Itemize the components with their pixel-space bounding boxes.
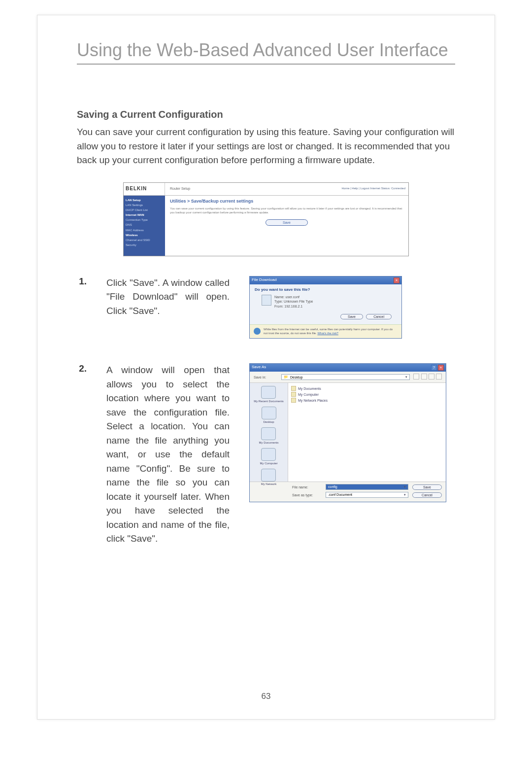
chevron-down-icon: ▾ bbox=[405, 375, 407, 379]
network-icon bbox=[291, 398, 296, 403]
file-name-value: user.conf bbox=[286, 295, 299, 299]
desktop-icon bbox=[262, 407, 276, 419]
router-header-right: Home | Help | Logout Internet Status: Co… bbox=[338, 183, 408, 195]
place-documents[interactable]: My Documents bbox=[259, 427, 278, 444]
dialog-cancel-button[interactable]: Cancel bbox=[366, 314, 392, 319]
step-number: 1. bbox=[77, 276, 87, 287]
dialog-save-button[interactable]: Save bbox=[340, 314, 363, 319]
places-bar: My Recent Documents Desktop My Documents… bbox=[250, 383, 288, 482]
file-name-label: Name: bbox=[274, 295, 285, 299]
place-desktop[interactable]: Desktop bbox=[262, 407, 276, 423]
sidebar-item[interactable]: Channel and SSID bbox=[126, 238, 163, 242]
file-type-label: Type: bbox=[274, 300, 283, 303]
computer-icon bbox=[261, 448, 276, 461]
document-page: Using the Web-Based Advanced User Interf… bbox=[37, 15, 495, 720]
close-icon[interactable]: × bbox=[438, 365, 444, 371]
savetype-label: Save as type: bbox=[292, 493, 322, 497]
views-icon[interactable] bbox=[436, 374, 442, 380]
save-button[interactable]: Save bbox=[412, 484, 442, 490]
savein-label: Save in: bbox=[254, 376, 278, 379]
info-icon bbox=[254, 328, 261, 335]
list-item[interactable]: My Documents bbox=[291, 386, 443, 391]
dialog-title: Save As bbox=[252, 365, 266, 371]
place-computer[interactable]: My Computer bbox=[260, 448, 277, 465]
file-list[interactable]: My Documents My Computer My Network Plac… bbox=[288, 383, 446, 482]
router-ui-screenshot: BELKIN Router Setup Home | Help | Logout… bbox=[123, 182, 409, 256]
router-page-desc: You can save your current configuration … bbox=[170, 207, 403, 215]
toolbar-icons bbox=[413, 374, 442, 380]
sidebar-item[interactable]: Connection Type bbox=[126, 217, 163, 222]
up-icon[interactable] bbox=[421, 374, 427, 380]
dialog-title: File Download bbox=[252, 277, 277, 283]
brand-logo: BELKIN bbox=[124, 183, 165, 195]
help-icon[interactable]: ? bbox=[431, 365, 437, 371]
router-page-heading: Utilities > Save/Backup current settings bbox=[170, 199, 403, 204]
close-icon[interactable]: × bbox=[394, 277, 399, 283]
newfolder-icon[interactable] bbox=[429, 374, 434, 380]
step-text: A window will open that allows you to se… bbox=[106, 363, 230, 546]
folder-icon: 📁 bbox=[284, 375, 288, 379]
folder-icon bbox=[261, 427, 276, 440]
sidebar-item[interactable]: MAC Address bbox=[126, 228, 163, 233]
savein-combo[interactable]: 📁 Desktop ▾ bbox=[281, 374, 410, 380]
chevron-down-icon: ▾ bbox=[404, 485, 406, 489]
file-type-value: Unknown File Type bbox=[284, 300, 313, 303]
place-recent[interactable]: My Recent Documents bbox=[254, 386, 284, 403]
step-text: Click "Save". A window called "File Down… bbox=[106, 276, 230, 318]
file-from-value: 192.168.2.1 bbox=[284, 305, 302, 308]
dialog-warning-link[interactable]: What's the risk? bbox=[317, 332, 338, 335]
file-from-label: From: bbox=[274, 305, 283, 308]
sidebar-item[interactable]: Wireless bbox=[126, 233, 163, 238]
intro-paragraph: You can save your current configuration … bbox=[77, 125, 455, 168]
save-as-dialog: Save As ? × Save in: 📁 Desktop ▾ bbox=[249, 363, 446, 502]
network-icon bbox=[261, 469, 276, 482]
step-number: 2. bbox=[77, 363, 87, 374]
sidebar-item[interactable]: LAN Settings bbox=[126, 203, 163, 207]
list-item[interactable]: My Network Places bbox=[291, 398, 443, 403]
file-download-dialog: File Download × Do you want to save this… bbox=[249, 276, 402, 339]
sidebar-item[interactable]: Internet WAN bbox=[126, 212, 163, 217]
file-icon bbox=[262, 295, 271, 306]
sidebar-item[interactable]: DHCP Client List bbox=[126, 207, 163, 212]
cancel-button[interactable]: Cancel bbox=[412, 492, 442, 498]
place-network[interactable]: My Network bbox=[261, 469, 277, 485]
filename-label: File name: bbox=[292, 485, 322, 489]
chevron-down-icon: ▾ bbox=[404, 493, 406, 497]
dialog-question: Do you want to save this file? bbox=[255, 287, 397, 292]
router-save-button[interactable]: Save bbox=[266, 219, 308, 226]
savein-value: Desktop bbox=[290, 376, 303, 379]
folder-icon bbox=[261, 386, 276, 399]
savetype-field[interactable]: .conf Document▾ bbox=[326, 492, 408, 498]
sidebar-item[interactable]: LAN Setup bbox=[126, 198, 163, 203]
page-number: 63 bbox=[37, 691, 495, 701]
router-header-center: Router Setup bbox=[165, 183, 338, 195]
computer-icon bbox=[291, 392, 296, 397]
router-sidebar: LAN Setup LAN Settings DHCP Client List … bbox=[124, 196, 165, 256]
back-icon[interactable] bbox=[413, 374, 419, 380]
section-heading: Saving a Current Configuration bbox=[77, 109, 455, 120]
sidebar-item[interactable]: Security bbox=[126, 242, 163, 247]
page-title-banner: Using the Web-Based Advanced User Interf… bbox=[77, 40, 455, 65]
list-item[interactable]: My Computer bbox=[291, 392, 443, 397]
sidebar-item[interactable]: DNS bbox=[126, 222, 163, 227]
folder-icon bbox=[291, 386, 296, 391]
filename-field[interactable]: config▾ bbox=[326, 484, 408, 490]
